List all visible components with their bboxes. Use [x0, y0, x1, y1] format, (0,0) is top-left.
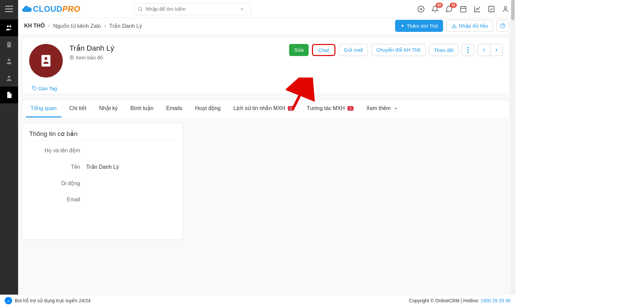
sidebar-item-user[interactable]: [0, 70, 18, 87]
svg-rect-3: [489, 6, 494, 12]
tab-more[interactable]: Xem thêm: [362, 100, 403, 117]
svg-point-16: [45, 57, 47, 60]
tab-message-history[interactable]: Lịch sử tin nhắn MXH 1: [229, 100, 299, 117]
calendar-button[interactable]: [460, 5, 467, 13]
notifications-button[interactable]: 68: [431, 5, 439, 13]
svg-point-20: [467, 52, 469, 53]
field-label-email: Email: [29, 197, 86, 203]
hamburger-icon: [5, 6, 13, 12]
scrollbar-thumb[interactable]: [511, 0, 515, 20]
tab-badge: 1: [288, 106, 294, 111]
svg-rect-8: [8, 43, 9, 44]
breadcrumb-row: KH THÔ › Nguồn từ kênh Zalo › Trần Danh …: [18, 18, 515, 34]
field-label-mobile: Di động: [29, 180, 86, 187]
prev-record-button[interactable]: [477, 44, 490, 56]
sidebar-item-building[interactable]: [0, 36, 18, 53]
svg-point-21: [33, 87, 34, 88]
person-icon: [5, 58, 13, 65]
svg-point-6: [9, 26, 11, 28]
person-solid-icon: [5, 74, 13, 82]
footer: Bot hỗ trợ sử dụng trực tuyến 24/24 Copy…: [0, 295, 515, 306]
add-lead-label: Thêm KH Thô: [407, 23, 438, 29]
contact-card-icon: [40, 54, 52, 67]
breadcrumb: KH THÔ › Nguồn từ kênh Zalo › Trần Danh …: [24, 23, 142, 29]
tasks-button[interactable]: [488, 5, 495, 13]
user-icon: [502, 5, 509, 13]
tab-detail[interactable]: Chi tiết: [65, 100, 91, 117]
plus-icon: [400, 23, 405, 28]
main-content: KH THÔ › Nguồn từ kênh Zalo › Trần Danh …: [18, 18, 515, 306]
svg-point-5: [7, 26, 9, 28]
view-map-label: Xem bản đồ: [75, 55, 103, 61]
breadcrumb-root[interactable]: KH THÔ: [24, 23, 45, 29]
assign-tag-link[interactable]: Gán Tag: [32, 86, 503, 91]
people-icon: [5, 24, 13, 32]
field-value-firstname[interactable]: Trần Danh Lý: [86, 164, 119, 170]
breadcrumb-seg2: Trần Danh Lý: [109, 23, 142, 29]
next-record-button[interactable]: [490, 44, 503, 56]
plus-circle-icon: [417, 5, 425, 13]
convert-button[interactable]: Chuyển đổi KH Thô: [371, 44, 426, 56]
sidebar-item-leads[interactable]: [0, 19, 18, 36]
tag-icon: [32, 86, 37, 91]
messenger-button[interactable]: [5, 297, 12, 304]
add-lead-button[interactable]: Thêm KH Thô: [395, 20, 443, 32]
panel-title: Thông tin cơ bản: [29, 130, 176, 138]
help-button[interactable]: [496, 20, 509, 32]
logo-text-cloud: CLOUD: [33, 4, 62, 13]
footer-copyright: Copyright © OnlineCRM: [409, 298, 459, 303]
search-icon: [138, 6, 143, 12]
document-icon: [5, 91, 13, 99]
field-row: Di động: [29, 180, 176, 187]
sidebar: [0, 18, 18, 306]
edit-button[interactable]: Sửa: [289, 44, 309, 56]
messages-badge: 10: [450, 3, 457, 8]
record-card: Trần Danh Lý Xem bản đồ Sửa Chat Gửi mai…: [22, 37, 510, 94]
breadcrumb-sep: ›: [104, 23, 106, 29]
footer-bot-text: Bot hỗ trợ sử dụng trực tuyến 24/24: [15, 298, 91, 303]
messages-button[interactable]: 10: [445, 5, 453, 13]
logo[interactable]: CLOUDPRO: [21, 3, 80, 15]
follow-button[interactable]: Theo dõi: [429, 44, 459, 56]
search-field[interactable]: [146, 6, 239, 12]
tab-comment[interactable]: Bình luận: [126, 100, 158, 117]
field-row: Họ và tên đệm: [29, 147, 176, 154]
avatar: [29, 44, 63, 78]
svg-point-13: [8, 76, 10, 78]
field-row: Email: [29, 197, 176, 203]
sidebar-item-document[interactable]: [0, 87, 18, 103]
tab-interact[interactable]: Tương tác MXH 2: [302, 100, 358, 117]
send-mail-button[interactable]: Gửi mail: [339, 44, 368, 56]
tab-log[interactable]: Nhật ký: [95, 100, 122, 117]
import-button[interactable]: Nhập dữ liệu: [446, 20, 493, 32]
view-map-link[interactable]: Xem bản đồ: [69, 55, 114, 61]
analytics-button[interactable]: [474, 5, 481, 13]
svg-point-4: [504, 6, 506, 9]
field-label-firstname: Tên: [29, 164, 86, 170]
chevron-right-icon: [494, 47, 499, 53]
hamburger-button[interactable]: [0, 0, 18, 18]
tab-activity[interactable]: Hoạt động: [191, 100, 225, 117]
search-input[interactable]: [134, 3, 251, 15]
chat-button[interactable]: Chat: [312, 44, 335, 56]
tab-overview[interactable]: Tổng quan: [26, 100, 61, 117]
cloud-icon: [21, 3, 33, 15]
field-label-lastname: Họ và tên đệm: [29, 147, 86, 154]
svg-rect-10: [8, 44, 9, 45]
tab-emails[interactable]: Emails: [162, 100, 187, 117]
svg-rect-7: [7, 42, 11, 48]
scrollbar-track[interactable]: [511, 0, 515, 306]
logo-text-pro: PRO: [62, 4, 80, 13]
more-actions-button[interactable]: [462, 44, 474, 56]
dots-vertical-icon: [467, 47, 469, 53]
chevron-down-icon[interactable]: [239, 6, 245, 12]
chevron-down-icon: [393, 106, 398, 111]
sidebar-item-contact[interactable]: [0, 53, 18, 70]
breadcrumb-seg1[interactable]: Nguồn từ kênh Zalo: [53, 23, 101, 29]
messenger-icon: [6, 299, 10, 303]
svg-rect-9: [9, 43, 10, 44]
profile-button[interactable]: [502, 5, 509, 13]
add-button[interactable]: [417, 5, 425, 13]
footer-hotline-phone[interactable]: 1900 29 29 90: [480, 298, 511, 303]
svg-point-19: [467, 49, 469, 51]
